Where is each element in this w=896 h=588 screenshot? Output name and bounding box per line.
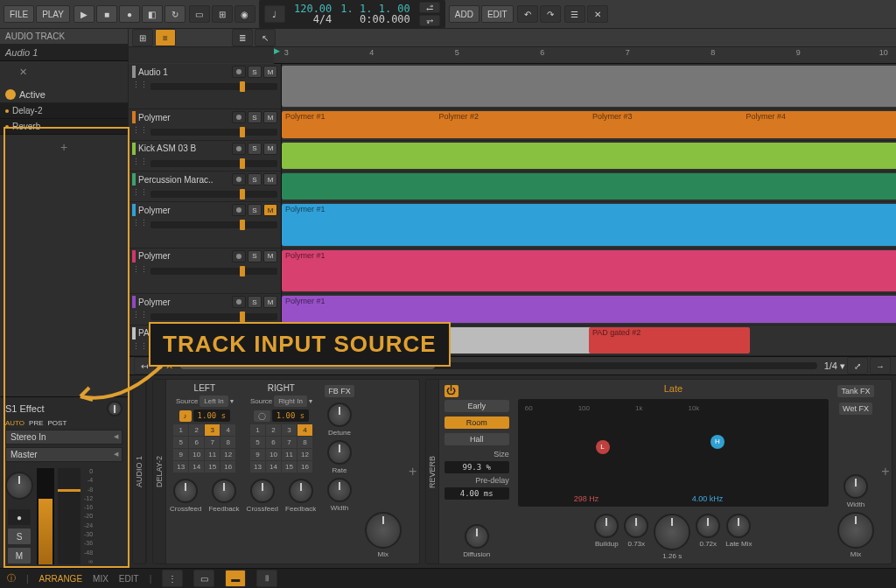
- step-cell[interactable]: 9: [173, 449, 188, 460]
- auto-button[interactable]: ◧: [142, 5, 163, 23]
- loop-button[interactable]: ↻: [164, 5, 186, 23]
- solo[interactable]: S: [248, 296, 262, 308]
- room-tab[interactable]: Room: [444, 416, 509, 429]
- view-list[interactable]: ≡: [155, 29, 176, 46]
- track-active-toggle[interactable]: Active: [0, 87, 128, 103]
- step-cell[interactable]: 14: [266, 461, 281, 472]
- track-lane[interactable]: Polymer #1Polymer #2Polymer #3Polymer #4: [282, 109, 896, 139]
- power-icon[interactable]: ⏻: [444, 385, 458, 397]
- delay-r-feedback[interactable]: [289, 479, 313, 503]
- color-palette[interactable]: [0, 61, 17, 87]
- rec-arm[interactable]: [232, 204, 246, 216]
- device-item[interactable]: Reverb: [0, 119, 128, 135]
- footer-arrange[interactable]: ARRANGE: [39, 574, 82, 584]
- lane-button[interactable]: ≣: [232, 29, 253, 46]
- rec-arm[interactable]: [232, 173, 246, 186]
- clip[interactable]: Polymer #1: [282, 296, 896, 322]
- stop-button[interactable]: ■: [96, 5, 117, 23]
- step-cell[interactable]: 16: [220, 461, 235, 472]
- punch-out[interactable]: ⥅: [419, 15, 440, 26]
- step-cell[interactable]: 4: [298, 424, 312, 436]
- solo[interactable]: S: [248, 111, 262, 123]
- delay-left-time[interactable]: 1.00 s: [193, 410, 231, 422]
- input-source-select[interactable]: Stereo In: [5, 430, 122, 444]
- panel-2-icon[interactable]: ▭: [193, 570, 214, 587]
- step-cell[interactable]: 10: [266, 449, 281, 460]
- reverb-width-knob[interactable]: [844, 474, 868, 499]
- mute[interactable]: M: [263, 204, 277, 216]
- step-cell[interactable]: 14: [189, 461, 204, 472]
- panel-4-icon[interactable]: ⦀: [256, 570, 277, 587]
- rec-arm[interactable]: [232, 143, 246, 155]
- pointer-tool[interactable]: ↖: [255, 29, 276, 46]
- step-cell[interactable]: 2: [266, 424, 281, 436]
- track-lane[interactable]: Polymer #1: [282, 202, 896, 247]
- step-cell[interactable]: 8: [298, 437, 312, 448]
- clip[interactable]: Polymer #3: [589, 111, 750, 137]
- step-cell[interactable]: 12: [298, 449, 312, 460]
- delay-left-grid[interactable]: 12345678910111213141516: [173, 424, 235, 472]
- latemix-knob[interactable]: [726, 514, 751, 538]
- solo[interactable]: S: [248, 173, 262, 186]
- zoom-fit-icon[interactable]: ⤢: [847, 357, 868, 374]
- mute[interactable]: M: [263, 66, 277, 78]
- step-cell[interactable]: 16: [298, 461, 312, 472]
- file-menu[interactable]: FILE: [4, 5, 34, 23]
- mute-button[interactable]: M: [7, 547, 32, 564]
- eq-low-handle[interactable]: L: [596, 440, 610, 454]
- vol-fader[interactable]: [150, 191, 277, 198]
- output-select[interactable]: Master: [5, 447, 122, 462]
- clip[interactable]: [282, 143, 896, 169]
- step-cell[interactable]: 8: [220, 437, 235, 448]
- timeline-ruler[interactable]: 345678910: [274, 47, 896, 64]
- vol-fader[interactable]: [150, 313, 277, 320]
- step-cell[interactable]: 1: [250, 424, 265, 436]
- step-cell[interactable]: 7: [282, 437, 297, 448]
- panel-3-icon[interactable]: ▬: [225, 570, 246, 587]
- rec-arm[interactable]: [232, 66, 246, 78]
- clip[interactable]: Polymer #1: [282, 111, 443, 137]
- clip[interactable]: Polymer #4: [743, 111, 897, 137]
- detune-knob[interactable]: [327, 402, 352, 427]
- reverb-mix-knob[interactable]: [837, 512, 874, 549]
- mute[interactable]: M: [263, 173, 277, 186]
- step-cell[interactable]: 3: [282, 424, 297, 436]
- solo[interactable]: S: [248, 66, 262, 78]
- step-cell[interactable]: 13: [250, 461, 265, 472]
- mute[interactable]: M: [263, 296, 277, 308]
- step-cell[interactable]: 9: [250, 449, 265, 460]
- step-cell[interactable]: 12: [220, 449, 235, 460]
- footer-mix[interactable]: MIX: [93, 574, 108, 584]
- step-cell[interactable]: 1: [173, 424, 188, 436]
- follow-icon[interactable]: →: [870, 357, 891, 374]
- delay-left-source[interactable]: Left In: [200, 396, 228, 407]
- solo[interactable]: S: [248, 204, 262, 216]
- track-header[interactable]: Audio 1SM⋮⋮: [129, 64, 282, 108]
- buildup-knob[interactable]: [594, 514, 619, 538]
- track-header[interactable]: PolymerSM⋮⋮: [129, 248, 282, 293]
- delay-right-time[interactable]: 1.00 s: [272, 410, 310, 422]
- add-button[interactable]: ADD: [449, 5, 480, 23]
- low-mult-knob[interactable]: [624, 514, 648, 538]
- sync-icon[interactable]: ◯: [254, 410, 270, 422]
- track-header[interactable]: Percussion Marac..SM⋮⋮: [129, 172, 282, 201]
- predelay-value[interactable]: 4.00 ms: [444, 487, 509, 500]
- info-icon[interactable]: ⓘ: [7, 572, 16, 584]
- panel-toggle-2[interactable]: ⊞: [212, 5, 233, 23]
- footer-edit[interactable]: EDIT: [119, 574, 139, 584]
- delay-right-source[interactable]: Right In: [274, 396, 307, 407]
- step-cell[interactable]: 6: [266, 437, 281, 448]
- mode-post[interactable]: POST: [48, 419, 67, 427]
- add-device-icon[interactable]: +: [0, 135, 128, 159]
- fbfx-tab[interactable]: FB FX: [325, 385, 354, 397]
- delay-width-knob[interactable]: [327, 478, 352, 502]
- clip[interactable]: Polymer #2: [436, 111, 597, 137]
- mode-pre[interactable]: PRE: [29, 419, 43, 427]
- fader-track[interactable]: [58, 468, 80, 564]
- timesig-value[interactable]: 4/4: [294, 14, 332, 24]
- punch-in[interactable]: ⥄: [419, 2, 440, 13]
- clip[interactable]: [282, 66, 896, 107]
- step-cell[interactable]: 5: [250, 437, 265, 448]
- early-tab[interactable]: Early: [444, 400, 509, 412]
- record-arm[interactable]: ●: [7, 508, 32, 526]
